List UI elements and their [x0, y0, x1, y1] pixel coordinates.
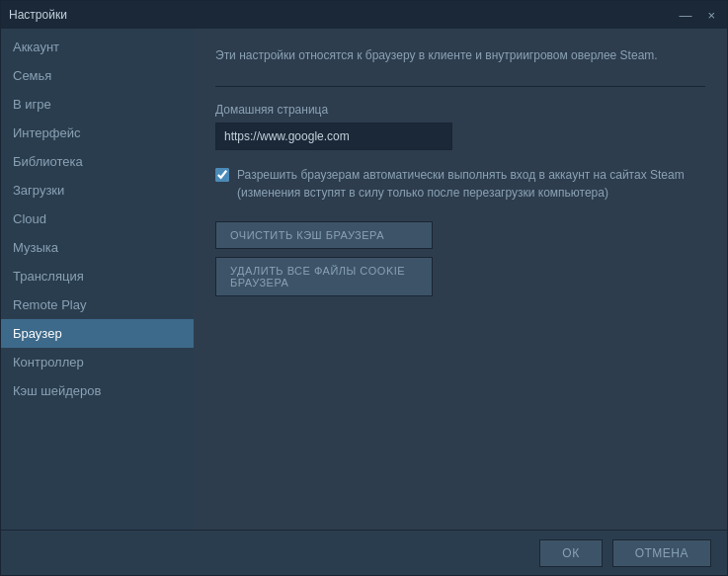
- sidebar-item-interface[interactable]: Интерфейс: [1, 119, 194, 147]
- minimize-button[interactable]: —: [675, 6, 695, 25]
- footer: ОК ОТМЕНА: [1, 530, 727, 575]
- ok-button[interactable]: ОК: [539, 539, 602, 567]
- sidebar-item-downloads[interactable]: Загрузки: [1, 176, 194, 205]
- divider: [215, 86, 705, 87]
- settings-window: Настройки — × Аккаунт Семья В игре Интер…: [0, 0, 728, 576]
- content-area: Аккаунт Семья В игре Интерфейс Библиотек…: [1, 29, 727, 530]
- sidebar: Аккаунт Семья В игре Интерфейс Библиотек…: [1, 29, 194, 530]
- sidebar-item-music[interactable]: Музыка: [1, 233, 194, 262]
- window-title: Настройки: [9, 8, 67, 22]
- sidebar-item-cloud[interactable]: Cloud: [1, 205, 194, 233]
- sidebar-item-account[interactable]: Аккаунт: [1, 33, 194, 61]
- titlebar: Настройки — ×: [1, 1, 727, 29]
- sidebar-item-remoteplay[interactable]: Remote Play: [1, 290, 194, 319]
- auto-signin-label[interactable]: Разрешить браузерам автоматически выполн…: [237, 166, 705, 202]
- close-button[interactable]: ×: [703, 6, 719, 25]
- main-panel: Эти настройки относятся к браузеру в кли…: [194, 29, 727, 530]
- homepage-label: Домашняя страница: [215, 103, 705, 117]
- auto-signin-checkbox[interactable]: [215, 168, 229, 182]
- sidebar-item-browser[interactable]: Браузер: [1, 319, 194, 348]
- delete-cookies-button[interactable]: УДАЛИТЬ ВСЕ ФАЙЛЫ COOKIE БРАУЗЕРА: [215, 257, 433, 296]
- homepage-input[interactable]: [215, 123, 452, 150]
- titlebar-controls: — ×: [675, 6, 719, 25]
- page-description: Эти настройки относятся к браузеру в кли…: [215, 46, 705, 64]
- sidebar-item-controller[interactable]: Контроллер: [1, 348, 194, 376]
- sidebar-item-library[interactable]: Библиотека: [1, 147, 194, 176]
- sidebar-item-ingame[interactable]: В игре: [1, 90, 194, 119]
- sidebar-item-family[interactable]: Семья: [1, 61, 194, 90]
- sidebar-item-shader-cache[interactable]: Кэш шейдеров: [1, 376, 194, 405]
- sidebar-item-broadcast[interactable]: Трансляция: [1, 262, 194, 290]
- cancel-button[interactable]: ОТМЕНА: [612, 539, 711, 567]
- auto-signin-checkbox-wrapper[interactable]: [215, 168, 229, 185]
- clear-cache-button[interactable]: ОЧИСТИТЬ КЭШ БРАУЗЕРА: [215, 221, 433, 249]
- auto-signin-row: Разрешить браузерам автоматически выполн…: [215, 166, 705, 202]
